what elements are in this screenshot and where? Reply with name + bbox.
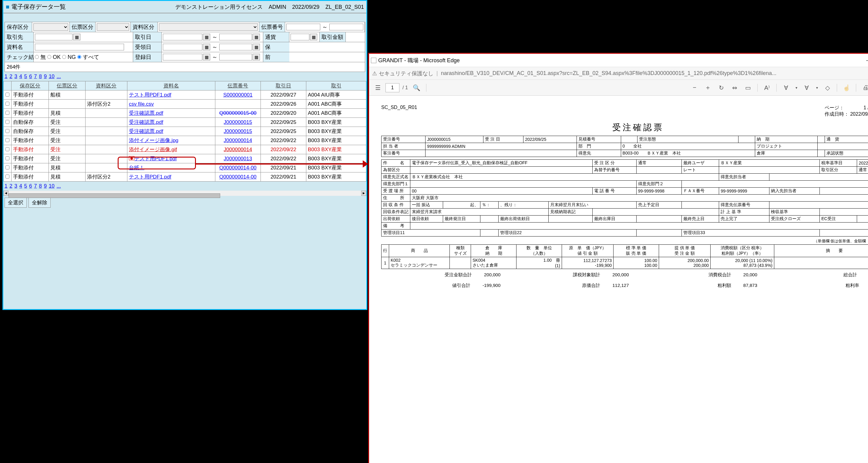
pager-link[interactable]: 4 (20, 74, 22, 79)
col-name[interactable]: 資料名 (127, 81, 215, 90)
minimize-button[interactable]: — (861, 55, 868, 65)
file-link[interactable]: 受注確認票.pdf (129, 128, 163, 134)
file-link[interactable]: csv file.csv (129, 101, 154, 107)
h-scrollbar[interactable]: ◄ ► (3, 191, 366, 196)
row-checkbox[interactable] (5, 111, 9, 115)
pager-link[interactable]: 7 (34, 183, 37, 189)
col-denpyo[interactable]: 伝票区分 (49, 81, 85, 90)
file-link[interactable]: 添付イメージ画像.jpg (129, 138, 178, 143)
inp-torihikibi-from[interactable] (163, 34, 202, 40)
radio-ok[interactable]: OK (47, 54, 61, 60)
slip-link[interactable]: J000000013 (224, 156, 252, 162)
col-date[interactable]: 取引日 (260, 81, 306, 90)
file-link[interactable]: 受注確認票.pdf (129, 110, 163, 116)
row-checkbox[interactable] (5, 93, 9, 96)
erase-icon[interactable]: ◇ (822, 82, 833, 93)
cal-from-1[interactable]: ▦ (203, 34, 210, 40)
url-text[interactable]: narashino/EB_V310_DEV/CM_AC_01_S01.aspx?… (441, 70, 868, 77)
lookup-tsuka[interactable]: ▦ (310, 34, 317, 40)
pager-link[interactable]: 3 (14, 183, 17, 189)
slip-link[interactable]: J000000015 (224, 119, 252, 125)
file-link[interactable]: テスト用PDF1.pdf (129, 174, 172, 180)
inp-denpyo-no-to[interactable] (329, 24, 363, 30)
inp-torihikisaki[interactable] (35, 34, 72, 40)
row-checkbox[interactable] (5, 166, 9, 169)
inp-denpyo-no-from[interactable] (286, 24, 320, 30)
col-no[interactable]: 伝票番号 (215, 81, 260, 90)
pager-link[interactable]: 5 (24, 183, 27, 189)
col-partner[interactable]: 取引 (306, 81, 366, 90)
scroll-right-icon[interactable]: ► (361, 191, 366, 196)
highlight-icon[interactable]: ∀ (801, 82, 812, 93)
lookup-torihikisaki[interactable]: ▦ (73, 34, 81, 40)
pager-link[interactable]: 2 (9, 183, 12, 189)
sel-hozon-kbn[interactable] (33, 23, 68, 31)
slip-link[interactable]: Q000000014-00 (219, 165, 256, 171)
row-checkbox[interactable] (5, 129, 9, 133)
pager-link[interactable]: 5 (24, 74, 27, 79)
cal-to-1[interactable]: ▦ (253, 34, 260, 40)
inp-torihikibi-to[interactable] (219, 34, 252, 40)
radio-all[interactable]: すべて (78, 53, 99, 61)
pager-link[interactable]: ... (56, 74, 61, 79)
inp-juryo-to[interactable] (219, 44, 252, 50)
pager-link[interactable]: 3 (14, 74, 17, 79)
pager-link[interactable]: 1 (5, 74, 7, 79)
rotate-icon[interactable]: ↻ (715, 82, 727, 93)
file-link[interactable]: 受注確認票.pdf (129, 119, 163, 125)
slip-link[interactable]: J000000014 (224, 147, 252, 152)
fit-page-icon[interactable]: ⇔ (729, 82, 740, 93)
read-aloud-pdf-icon[interactable]: A⁾ (761, 82, 773, 93)
scroll-left-icon[interactable]: ◄ (3, 191, 8, 196)
pager-link[interactable]: 10 (49, 183, 55, 189)
pager-link[interactable]: 7 (34, 74, 37, 79)
select-all-button[interactable]: 全選択 (5, 198, 27, 208)
zoom-out-icon[interactable]: − (689, 82, 700, 93)
sel-shiryo-kbn[interactable] (159, 23, 258, 31)
slip-link[interactable]: Q000000014-00 (219, 174, 256, 180)
cal-from-2[interactable]: ▦ (203, 44, 210, 50)
inp-touroku-from[interactable] (163, 54, 202, 60)
slip-link[interactable]: J000000014 (224, 138, 252, 143)
pager-link[interactable]: ... (56, 183, 61, 189)
row-checkbox[interactable] (5, 175, 9, 178)
cal-from-3[interactable]: ▦ (203, 54, 210, 60)
cal-to-2[interactable]: ▦ (253, 44, 260, 50)
pager-link[interactable]: 9 (44, 183, 47, 189)
slip-link[interactable]: J000000015 (224, 128, 252, 134)
pager-link[interactable]: 1 (5, 183, 7, 189)
pager-link[interactable]: 8 (39, 183, 41, 189)
page-view-icon[interactable]: ▭ (742, 82, 754, 93)
pager-link[interactable]: 6 (29, 74, 32, 79)
radio-none[interactable]: 無 (35, 53, 46, 61)
col-shiryo[interactable]: 資料区分 (85, 81, 127, 90)
inp-touroku-to[interactable] (219, 54, 252, 60)
col-hozon[interactable]: 保存区分 (11, 81, 49, 90)
pager-link[interactable]: 2 (9, 74, 12, 79)
file-link[interactable]: テスト用PDF1.pdf (129, 92, 172, 98)
radio-ng[interactable]: NG (62, 54, 76, 60)
contents-icon[interactable]: ☰ (372, 82, 384, 93)
draw-chevron-icon[interactable]: ▾ (794, 82, 799, 93)
row-checkbox[interactable] (5, 147, 9, 151)
pager-link[interactable]: 10 (49, 74, 55, 79)
row-checkbox[interactable] (5, 102, 9, 106)
touch-icon[interactable]: ☝ (841, 82, 852, 93)
highlight-chevron-icon[interactable]: ▾ (814, 82, 820, 93)
slip-link[interactable]: Q000000015-00 (219, 110, 256, 116)
inp-juryo-from[interactable] (163, 44, 202, 50)
row-checkbox[interactable] (5, 138, 9, 142)
file-link[interactable]: 添付イメージ画像.gif (129, 147, 177, 152)
draw-icon[interactable]: ∀ (780, 82, 792, 93)
page-input[interactable] (385, 83, 399, 92)
inp-shiryomei[interactable] (35, 44, 124, 50)
search-pdf-icon[interactable]: 🔍 (411, 82, 423, 93)
row-checkbox[interactable] (5, 156, 9, 160)
zoom-in-icon[interactable]: ＋ (702, 82, 714, 93)
pager-link[interactable]: 8 (39, 74, 41, 79)
row-checkbox[interactable] (5, 120, 9, 124)
cal-to-3[interactable]: ▦ (253, 54, 260, 60)
inp-tsuka[interactable] (290, 34, 309, 40)
slip-link[interactable]: S000000001 (223, 92, 252, 98)
pager-link[interactable]: 6 (29, 183, 32, 189)
